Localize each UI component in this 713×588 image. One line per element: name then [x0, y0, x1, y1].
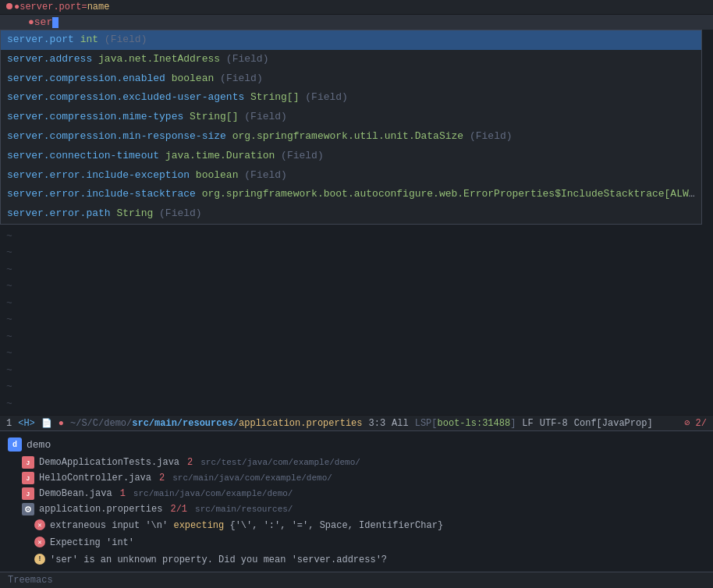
header-prefix: ●server.port=name: [6, 2, 109, 12]
status-modified: ●: [59, 418, 64, 429]
autocomplete-item-1[interactable]: server.address java.net.InetAddress (Fie…: [1, 50, 701, 69]
file-name-demo-app-tests: DemoApplicationTests.java: [39, 457, 179, 468]
diag-file-demo-app-tests[interactable]: J DemoApplicationTests.java 2 src/test/j…: [0, 455, 713, 470]
project-name: demo: [27, 439, 51, 451]
file-path-hello-controller: src/main/java/com/example/demo/: [172, 473, 332, 483]
project-icon: d: [8, 437, 22, 452]
autocomplete-item-7[interactable]: server.error.include-exception boolean (…: [1, 166, 701, 186]
cursor: [52, 17, 59, 28]
tilde-8: ~: [0, 345, 713, 362]
tilde-2: ~: [0, 244, 713, 261]
autocomplete-item-9[interactable]: server.error.path String (Field): [1, 204, 701, 224]
file-path-demo-bean: src/main/java/com/example/demo/: [133, 489, 293, 498]
status-file-path: ~/S/C/demo/src/main/resources/applicatio…: [70, 418, 362, 429]
status-range: All: [392, 418, 409, 429]
svg-point-1: [27, 508, 29, 510]
status-position: 3:3: [369, 418, 386, 429]
java-icon-demo-app-tests: J: [22, 456, 34, 469]
java-icon-hello-controller: J: [22, 472, 34, 484]
status-encoding: UTF-8: [540, 418, 568, 429]
diag-msg-text-1: extraneous input '\n' expecting {'\', ':…: [50, 519, 443, 533]
error-icon-2: ✕: [34, 537, 45, 547]
diag-msg-1: ✕ extraneous input '\n' expecting {'\', …: [0, 517, 713, 534]
status-conf-type: Conf[JavaProp]: [574, 418, 653, 429]
tilde-4: ~: [0, 278, 713, 295]
diag-msg-3: ! 'ser' is an unknown property. Did you …: [0, 551, 713, 569]
editor-header: ●server.port=name: [0, 0, 713, 15]
tilde-6: ~: [0, 311, 713, 328]
status-bar: 1 <H> 📄 ● ~/S/C/demo/src/main/resources/…: [0, 415, 713, 430]
gear-svg: [23, 505, 33, 514]
diag-file-hello-controller[interactable]: J HelloController.java 2 src/main/java/c…: [0, 470, 713, 486]
tilde-7: ~: [0, 328, 713, 345]
status-line-ending: LF: [522, 418, 533, 429]
file-badge-demo-app-tests: 2: [187, 457, 193, 468]
warn-icon-3: !: [34, 554, 45, 565]
modified-dot: [6, 3, 12, 9]
file-badge-demo-bean: 1: [120, 488, 126, 499]
java-icon-demo-bean: J: [22, 487, 34, 500]
treemacs-footer: Treemacs: [0, 572, 713, 588]
file-path-app-props: src/main/resources/: [195, 505, 293, 514]
status-lsp: LSP[boot-ls:31488]: [415, 418, 516, 429]
editor-area: ●ser server.port int (Field) server.addr…: [0, 15, 713, 415]
editor-input-line[interactable]: ●ser: [0, 15, 713, 30]
input-text[interactable]: ●ser: [28, 16, 59, 28]
autocomplete-item-4[interactable]: server.compression.mime-types String[] (…: [1, 108, 701, 127]
file-badge-app-props: 2/1: [170, 504, 187, 515]
autocomplete-item-3[interactable]: server.compression.excluded-user-agents …: [1, 88, 701, 108]
autocomplete-item-8[interactable]: server.error.include-stacktrace org.spri…: [1, 185, 701, 204]
diag-msg-text-2: Expecting 'int': [50, 536, 134, 550]
diag-project-header: d demo: [0, 434, 713, 455]
autocomplete-item-0[interactable]: server.port int (Field): [1, 30, 701, 50]
autocomplete-item-5[interactable]: server.compression.min-response-size org…: [1, 127, 701, 147]
autocomplete-item-2[interactable]: server.compression.enabled boolean (Fiel…: [1, 69, 701, 89]
props-icon-app-props: [22, 503, 34, 515]
tilde-1: ~: [0, 228, 713, 245]
tilde-12: ~: [0, 412, 713, 415]
tilde-11: ~: [0, 395, 713, 413]
tilde-3: ~: [0, 261, 713, 278]
treemacs-label: Treemacs: [8, 575, 53, 586]
status-indicator: <H>: [18, 418, 35, 429]
autocomplete-item-6[interactable]: server.connection-timeout java.time.Dura…: [1, 147, 701, 166]
status-file-icon: 📄: [41, 418, 52, 428]
file-name-demo-bean: DemoBean.java: [39, 488, 112, 499]
diagnostics-panel: d demo J DemoApplicationTests.java 2 src…: [0, 430, 713, 572]
diag-msg-text-3: 'ser' is an unknown property. Did you me…: [50, 553, 387, 567]
file-name-hello-controller: HelloController.java: [39, 473, 151, 484]
error-icon-1: ✕: [34, 519, 45, 530]
diag-file-app-props[interactable]: application.properties 2/1 src/main/reso…: [0, 501, 713, 517]
diag-file-demo-bean[interactable]: J DemoBean.java 1 src/main/java/com/exam…: [0, 486, 713, 501]
diag-msg-2: ✕ Expecting 'int': [0, 534, 713, 551]
status-error-badge: ⊘ 2/: [684, 417, 707, 429]
file-path-demo-app-tests: src/test/java/com/example/demo/: [200, 458, 360, 467]
file-name-app-props: application.properties: [39, 504, 162, 515]
tilde-5: ~: [0, 295, 713, 312]
autocomplete-dropdown[interactable]: server.port int (Field) server.address j…: [0, 30, 702, 225]
file-badge-hello-controller: 2: [159, 473, 165, 484]
status-line-num: 1: [6, 418, 12, 429]
tilde-10: ~: [0, 378, 713, 395]
tilde-lines: ~ ~ ~ ~ ~ ~ ~ ~ ~ ~ ~ ~ ~ ~ ~ ~ ~ ~: [0, 225, 713, 415]
tilde-9: ~: [0, 362, 713, 379]
